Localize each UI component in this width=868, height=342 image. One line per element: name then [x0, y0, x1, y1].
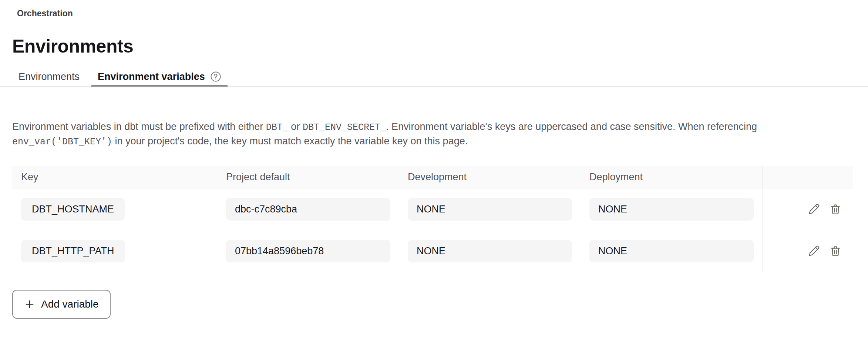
code-snippet: DBT_	[266, 122, 288, 133]
breadcrumb: Orchestration	[17, 8, 853, 19]
environment-variables-page: Orchestration Environments Environments …	[0, 0, 868, 342]
trash-icon	[829, 245, 842, 257]
development-value-pill: NONE	[408, 240, 572, 262]
description: Environment variables in dbt must be pre…	[12, 120, 853, 149]
delete-variable-button[interactable]	[828, 202, 842, 216]
add-variable-label: Add variable	[41, 298, 99, 310]
code-snippet: env_var('DBT_KEY')	[12, 137, 112, 147]
column-header-actions	[763, 166, 853, 188]
deployment-value-pill: NONE	[589, 198, 754, 221]
table-row: DBT_HTTP_PATH 07bb14a8596beb78 NONE NONE	[12, 230, 853, 272]
question-circle-icon[interactable]	[210, 71, 221, 82]
column-header-key: Key	[12, 171, 217, 183]
description-text: in your project's code, the key must mat…	[112, 135, 468, 147]
description-text: or	[288, 121, 303, 132]
tab-environment-variables[interactable]: Environment variables	[91, 67, 228, 86]
project-default-value-pill: 07bb14a8596beb78	[226, 240, 390, 262]
variable-key-pill: DBT_HOSTNAME	[21, 198, 125, 221]
add-variable-button[interactable]: Add variable	[12, 290, 111, 319]
description-text: . Environment variable's keys are upperc…	[386, 121, 757, 132]
project-default-value-pill: dbc-c7c89cba	[226, 198, 390, 221]
tab-environments[interactable]: Environments	[12, 67, 86, 86]
variable-key-pill: DBT_HTTP_PATH	[21, 240, 125, 262]
table-header-row: Key Project default Development Deployme…	[12, 166, 853, 188]
tab-environment-variables-label: Environment variables	[98, 71, 205, 83]
tab-environments-label: Environments	[18, 71, 80, 83]
column-header-deployment: Deployment	[581, 171, 763, 183]
pencil-icon	[808, 203, 820, 215]
pencil-icon	[808, 245, 820, 257]
plus-icon	[24, 299, 35, 310]
development-value-pill: NONE	[408, 198, 572, 221]
tab-bar: Environments Environment variables	[0, 67, 868, 87]
trash-icon	[829, 203, 842, 215]
column-header-development: Development	[399, 171, 581, 183]
table-body: DBT_HOSTNAME dbc-c7c89cba NONE NONE	[12, 188, 853, 272]
table-row: DBT_HOSTNAME dbc-c7c89cba NONE NONE	[12, 188, 853, 230]
edit-variable-button[interactable]	[807, 202, 821, 216]
deployment-value-pill: NONE	[589, 240, 754, 262]
description-text: Environment variables in dbt must be pre…	[12, 121, 266, 132]
code-snippet: DBT_ENV_SECRET_	[303, 122, 386, 133]
environment-variables-table: Key Project default Development Deployme…	[12, 166, 853, 272]
page-title: Environments	[12, 37, 853, 56]
column-header-project-default: Project default	[217, 171, 399, 183]
edit-variable-button[interactable]	[807, 244, 821, 258]
delete-variable-button[interactable]	[828, 244, 842, 258]
